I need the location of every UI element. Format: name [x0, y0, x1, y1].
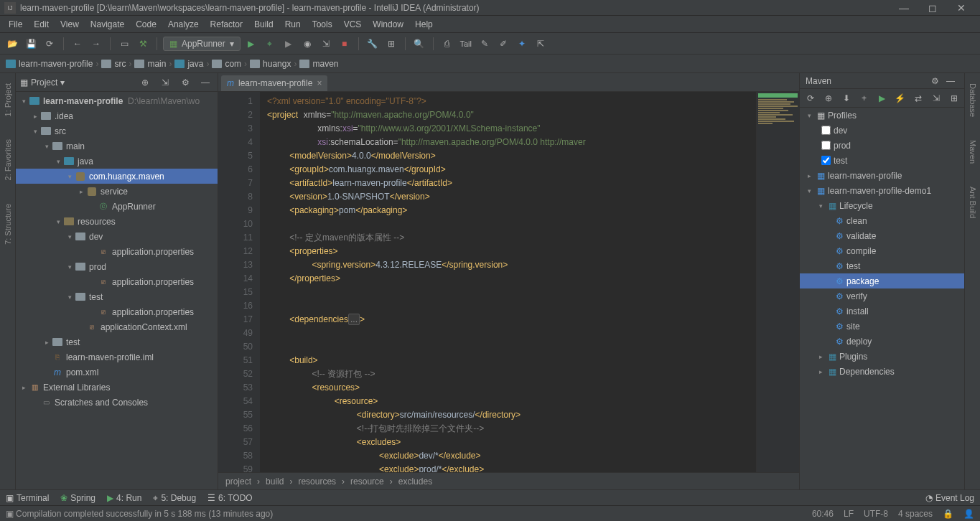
hide-icon[interactable]: —	[943, 73, 958, 89]
mnode-dev[interactable]: dev	[800, 123, 964, 138]
coverage-icon[interactable]: ▶	[281, 36, 297, 52]
tree-pom[interactable]: mpom.xml	[16, 365, 218, 380]
tool-favorites[interactable]: 2: Favorites	[4, 135, 12, 184]
export-icon[interactable]: ⇱	[533, 36, 549, 52]
close-button[interactable]: ✕	[947, 2, 976, 14]
execute-icon[interactable]: ⚡	[892, 90, 907, 106]
lock-icon[interactable]: 🔒	[943, 509, 953, 519]
gear-icon[interactable]: ⚙	[927, 73, 943, 89]
ecrumb[interactable]: resource	[350, 477, 384, 487]
bolt-icon[interactable]: ✦	[514, 36, 530, 52]
wrench-icon[interactable]: 🔧	[365, 36, 381, 52]
menu-view[interactable]: View	[55, 18, 85, 31]
tree-test-folder[interactable]: ▾test	[16, 289, 218, 304]
tree-apprunner[interactable]: ⓒAppRunner	[16, 199, 218, 214]
open-icon[interactable]: 📂	[4, 36, 20, 52]
menu-code[interactable]: Code	[130, 18, 162, 31]
menu-navigate[interactable]: Navigate	[85, 18, 130, 31]
structure-icon[interactable]: ⊞	[383, 36, 399, 52]
debug-button[interactable]: ⌖5: Debug	[153, 493, 196, 503]
mnode-deps[interactable]: ▸▦Dependencies	[800, 364, 964, 379]
crumb-com[interactable]: com	[212, 59, 241, 69]
mnode-profiles[interactable]: ▾▦Profiles	[800, 108, 964, 123]
close-tab-icon[interactable]: ×	[317, 78, 322, 88]
tree-java[interactable]: ▾java	[16, 154, 218, 169]
inspect-icon[interactable]: 👤	[963, 509, 974, 519]
crumb-root[interactable]: learn-maven-profile	[6, 59, 93, 69]
search-icon[interactable]: 🔍	[411, 36, 427, 52]
checkbox-dev[interactable]	[821, 126, 831, 135]
wand-icon[interactable]: ✎	[477, 36, 493, 52]
tool-database[interactable]: Database	[969, 79, 977, 121]
crumb-maven[interactable]: maven	[299, 59, 338, 69]
line-gutter[interactable]: 1234567891011121314151617495051525354555…	[218, 92, 260, 472]
tool-maven[interactable]: Maven	[969, 136, 977, 168]
debug-icon[interactable]: ⌖	[262, 36, 278, 52]
tail-button[interactable]: Tail	[458, 36, 474, 52]
project-tree[interactable]: ▾learn-maven-profile D:\learn\Maven\wo ▸…	[16, 92, 218, 489]
tree-main[interactable]: ▾main	[16, 139, 218, 154]
mnode-goal-compile[interactable]: ⚙compile	[800, 243, 964, 258]
mnode-proj1[interactable]: ▸▦learn-maven-profile	[800, 168, 964, 183]
menu-refactor[interactable]: Refactor	[205, 18, 248, 31]
tree-src[interactable]: ▾src	[16, 123, 218, 139]
tree-dev-props[interactable]: ⎚application.properties	[16, 244, 218, 259]
tree-idea[interactable]: ▸.idea	[16, 108, 218, 123]
checkbox-test[interactable]	[821, 156, 831, 165]
menu-analyze[interactable]: Analyze	[162, 18, 205, 31]
editor-tab[interactable]: m learn-maven-profile ×	[221, 75, 327, 91]
tree-prod-props[interactable]: ⎚application.properties	[16, 274, 218, 289]
tree-ext-libs[interactable]: ▸▥External Libraries	[16, 380, 218, 395]
indent[interactable]: 4 spaces	[898, 509, 933, 519]
spring-button[interactable]: ❀Spring	[60, 493, 95, 503]
menu-window[interactable]: Window	[367, 18, 409, 31]
mnode-goal-site[interactable]: ⚙site	[800, 319, 964, 334]
status-icon[interactable]: ▣	[6, 509, 14, 519]
mnode-test[interactable]: test	[800, 153, 964, 168]
mnode-plugins[interactable]: ▸▦Plugins	[800, 349, 964, 364]
tool-structure[interactable]: 7: Structure	[4, 200, 12, 249]
mnode-goal-validate[interactable]: ⚙validate	[800, 228, 964, 243]
ecrumb[interactable]: resources	[298, 477, 336, 487]
menu-build[interactable]: Build	[248, 18, 279, 31]
plus-icon[interactable]: +	[857, 90, 872, 106]
code-area[interactable]: <?xml version="1.0" encoding="UTF-8"?> <…	[260, 92, 756, 472]
mnode-goal-deploy[interactable]: ⚙deploy	[800, 334, 964, 349]
ecrumb[interactable]: project	[225, 477, 251, 487]
mnode-lifecycle[interactable]: ▾▦Lifecycle	[800, 198, 964, 213]
tree-package[interactable]: ▾com.huangx.maven	[16, 169, 218, 184]
cursor-position[interactable]: 60:46	[812, 509, 834, 519]
profile-icon[interactable]: ◉	[299, 36, 315, 52]
back-icon[interactable]: ←	[70, 36, 85, 52]
crumb-main[interactable]: main	[134, 59, 166, 69]
tree-test[interactable]: ▸test	[16, 334, 218, 349]
maximize-button[interactable]: ◻	[918, 2, 947, 14]
tree-appcontext[interactable]: ⎚applicationContext.xml	[16, 319, 218, 334]
mnode-proj2[interactable]: ▾▦learn-maven-profile-demo1	[800, 183, 964, 198]
tool-ant[interactable]: Ant Build	[969, 182, 977, 222]
crumb-huangx[interactable]: huangx	[250, 59, 291, 69]
minimap[interactable]	[756, 92, 799, 472]
menu-edit[interactable]: Edit	[28, 18, 55, 31]
stop-icon[interactable]: ■	[337, 36, 353, 52]
minimize-button[interactable]: —	[890, 2, 918, 14]
mnode-goal-clean[interactable]: ⚙clean	[800, 213, 964, 228]
forward-icon[interactable]: →	[88, 36, 104, 52]
menu-vcs[interactable]: VCS	[338, 18, 368, 31]
tree-test-props[interactable]: ⎚application.properties	[16, 304, 218, 319]
gear-icon[interactable]: ⚙	[177, 75, 193, 90]
collapse-icon[interactable]: ⇲	[157, 75, 173, 90]
ecrumb[interactable]: excludes	[398, 477, 432, 487]
tree-scratches[interactable]: ▭Scratches and Consoles	[16, 395, 218, 410]
tree-iml[interactable]: ⎘learn-maven-profile.iml	[16, 349, 218, 365]
menu-file[interactable]: File	[3, 18, 28, 31]
run-icon[interactable]: ▶	[243, 36, 259, 52]
toggle-icon[interactable]: ⇄	[910, 90, 925, 106]
crumb-java[interactable]: java	[174, 59, 203, 69]
mnode-prod[interactable]: prod	[800, 138, 964, 153]
menu-tools[interactable]: Tools	[307, 18, 338, 31]
build-icon[interactable]: ▭	[116, 36, 132, 52]
run-config-select[interactable]: ▦ AppRunner ▾	[163, 37, 241, 51]
chevron-down-icon[interactable]: ▾	[60, 78, 65, 88]
checkbox-prod[interactable]	[821, 141, 831, 150]
